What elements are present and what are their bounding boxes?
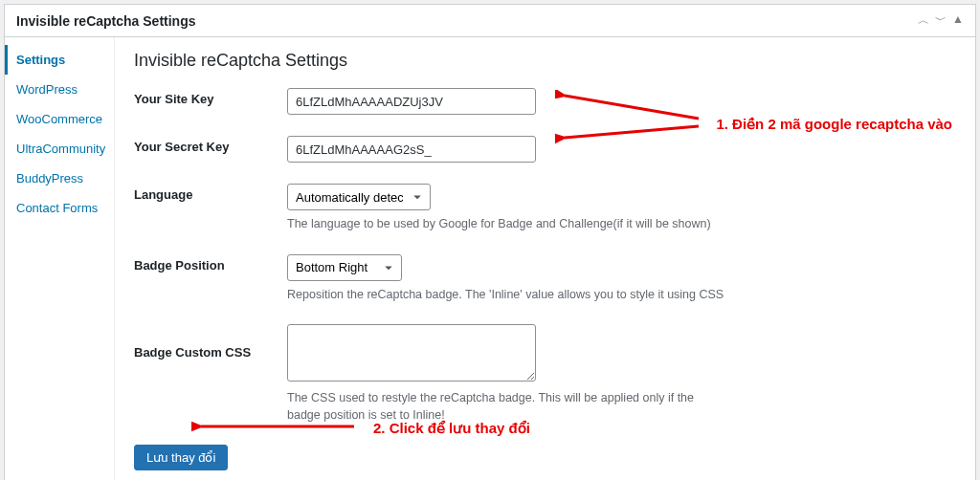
row-secret-key: Your Secret Key (134, 136, 956, 163)
row-site-key: Your Site Key (134, 88, 956, 115)
annotation-1: 1. Điền 2 mã google recaptcha vào (716, 116, 952, 133)
page-title: Invisible reCaptcha Settings (134, 51, 956, 71)
sidebar-item-buddypress[interactable]: BuddyPress (5, 164, 114, 193)
sidebar-nav: Settings WordPress WooCommerce UltraComm… (5, 37, 115, 480)
label-secret-key: Your Secret Key (134, 136, 287, 154)
annotation-2: 2. Click để lưu thay đổi (373, 420, 530, 437)
textarea-badge-css[interactable] (287, 324, 536, 382)
panel-header: Invisible reCaptcha Settings ︿ ﹀ ▲ (5, 5, 975, 37)
panel-body: Settings WordPress WooCommerce UltraComm… (5, 37, 975, 480)
save-button[interactable]: Lưu thay đổi (134, 445, 228, 470)
chevron-down-icon[interactable]: ﹀ (935, 12, 947, 29)
caret-up-icon[interactable]: ▲ (952, 12, 964, 29)
input-secret-key[interactable] (287, 136, 536, 163)
help-badge-position: Reposition the reCaptcha badge. The 'Inl… (287, 287, 727, 304)
select-language[interactable]: Automatically detect (287, 184, 431, 210)
label-language: Language (134, 184, 287, 202)
label-badge-position: Badge Position (134, 254, 287, 273)
header-controls: ︿ ﹀ ▲ (918, 12, 964, 29)
sidebar-item-woocommerce[interactable]: WooCommerce (5, 104, 114, 134)
sidebar-item-contactforms[interactable]: Contact Forms (5, 193, 114, 223)
sidebar-item-ultracommunity[interactable]: UltraCommunity (5, 134, 114, 164)
row-language: Language Automatically detect The langua… (134, 184, 956, 233)
row-badge-position: Badge Position Bottom Right Reposition t… (134, 254, 956, 304)
help-badge-css: The CSS used to restyle the reCaptcha ba… (287, 390, 727, 424)
settings-panel: Invisible reCaptcha Settings ︿ ﹀ ▲ Setti… (4, 4, 976, 480)
main-content: Invisible reCaptcha Settings Your Site K… (115, 37, 975, 480)
sidebar-item-wordpress[interactable]: WordPress (5, 75, 114, 104)
input-site-key[interactable] (287, 88, 536, 115)
sidebar-item-settings[interactable]: Settings (5, 45, 114, 75)
chevron-up-icon[interactable]: ︿ (918, 12, 929, 29)
label-site-key: Your Site Key (134, 88, 287, 106)
panel-title: Invisible reCaptcha Settings (16, 13, 196, 29)
row-badge-css: Badge Custom CSS The CSS used to restyle… (134, 324, 956, 424)
help-language: The language to be used by Google for Ba… (287, 216, 727, 233)
select-badge-position[interactable]: Bottom Right (287, 254, 402, 281)
label-badge-css: Badge Custom CSS (134, 324, 287, 360)
